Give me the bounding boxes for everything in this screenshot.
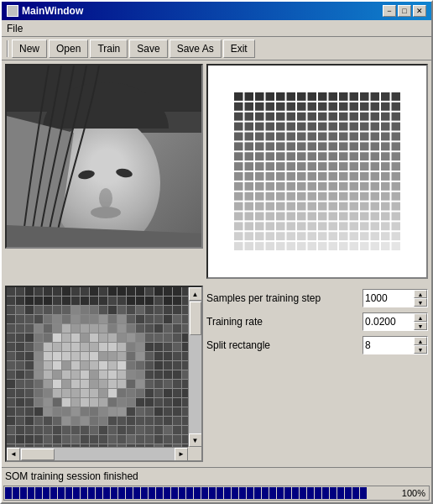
split-rect-spin-up[interactable]: ▲ [414, 337, 427, 345]
split-rect-label: Split rectangle [206, 339, 357, 351]
training-rate-label: Training rate [206, 316, 357, 328]
scroll-up-button[interactable]: ▲ [189, 287, 202, 301]
save-as-button[interactable]: Save As [170, 39, 222, 58]
som-canvas [225, 83, 410, 260]
split-rect-input[interactable] [363, 337, 414, 354]
toolbar: New Open Train Save Save As Exit [2, 37, 431, 60]
title-bar-left: MainWindow [7, 5, 83, 17]
status-message: SOM training session finished [5, 470, 138, 482]
open-button[interactable]: Open [49, 39, 88, 58]
h-scroll-thumb[interactable] [21, 449, 55, 460]
pixel-canvas [7, 287, 191, 450]
progress-bar: 100% [3, 486, 430, 501]
h-scroll-track [20, 448, 175, 461]
v-scroll-track [189, 301, 202, 433]
training-rate-input[interactable] [363, 313, 414, 330]
new-button[interactable]: New [12, 39, 47, 58]
main-window: MainWindow − □ ✕ File New Open Train Sav… [0, 0, 433, 504]
top-section [2, 60, 431, 282]
scroll-left-button[interactable]: ◄ [7, 448, 20, 461]
training-rate-spinbox: ▲ ▼ [363, 312, 428, 331]
split-rect-spinbox: ▲ ▼ [363, 336, 428, 354]
v-scroll-thumb[interactable] [190, 302, 201, 335]
minimize-button[interactable]: − [383, 5, 396, 17]
training-rate-spin-down[interactable]: ▼ [414, 322, 427, 330]
window-title: MainWindow [22, 5, 83, 17]
samples-spin-buttons: ▲ ▼ [414, 290, 427, 307]
samples-spin-up[interactable]: ▲ [414, 290, 427, 298]
scrollbar-corner [188, 447, 201, 460]
close-button[interactable]: ✕ [413, 5, 426, 17]
app-icon [7, 5, 18, 17]
toolbar-separator [7, 40, 8, 57]
scroll-down-button[interactable]: ▼ [189, 433, 202, 447]
menu-bar: File [2, 20, 431, 37]
split-rect-row: Split rectangle ▲ ▼ [206, 336, 428, 354]
maximize-button[interactable]: □ [398, 5, 411, 17]
main-content: ▲ ▼ ◄ ► [2, 60, 431, 467]
samples-label: Samples per training step [206, 292, 357, 304]
exit-button[interactable]: Exit [223, 39, 255, 58]
progress-fill [5, 487, 403, 499]
horizontal-scrollbar: ◄ ► [7, 447, 188, 460]
portrait-panel [5, 64, 203, 249]
samples-spin-down[interactable]: ▼ [414, 298, 427, 307]
samples-row: Samples per training step ▲ ▼ [206, 289, 428, 307]
som-panel [206, 64, 428, 279]
samples-input[interactable] [363, 290, 414, 307]
progress-percent: 100% [402, 488, 425, 498]
save-button[interactable]: Save [129, 39, 167, 58]
training-rate-spin-up[interactable]: ▲ [414, 313, 427, 322]
pixelated-panel: ▲ ▼ ◄ ► [5, 286, 203, 462]
bottom-section: ▲ ▼ ◄ ► [2, 282, 431, 467]
vertical-scrollbar: ▲ ▼ [188, 287, 201, 447]
title-bar: MainWindow − □ ✕ [2, 2, 431, 20]
menu-file[interactable]: File [2, 21, 28, 36]
training-rate-spin-buttons: ▲ ▼ [414, 313, 427, 330]
scroll-right-button[interactable]: ► [175, 448, 188, 461]
train-button[interactable]: Train [90, 39, 128, 58]
title-bar-controls: − □ ✕ [383, 5, 426, 17]
split-rect-spin-buttons: ▲ ▼ [414, 337, 427, 354]
training-rate-row: Training rate ▲ ▼ [206, 312, 428, 331]
status-bar: SOM training session finished [2, 467, 431, 484]
controls-panel: Samples per training step ▲ ▼ Training r… [206, 286, 428, 464]
split-rect-spin-down[interactable]: ▼ [414, 345, 427, 354]
bottom-bar: SOM training session finished 100% [2, 467, 431, 502]
progress-blocks [5, 487, 367, 499]
samples-spinbox: ▲ ▼ [363, 289, 428, 307]
portrait-canvas [7, 66, 203, 249]
